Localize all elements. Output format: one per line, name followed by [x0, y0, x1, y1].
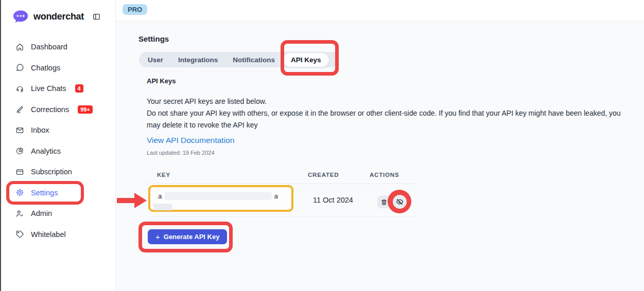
trash-icon [380, 198, 388, 206]
tab-integrations[interactable]: Integrations [178, 56, 218, 64]
api-key-redacted-blur [165, 192, 272, 200]
description-line-1: Your secret API keys are listed below. [147, 96, 624, 107]
api-key-value: a a [158, 192, 278, 200]
api-keys-section-heading: API Keys [147, 77, 176, 85]
generate-api-key-label: Generate API Key [164, 233, 220, 241]
corrections-count-badge: 99+ [78, 105, 93, 114]
last-updated-text: Last updated: 19 Feb 2024 [147, 150, 215, 156]
eye-off-icon [396, 198, 404, 206]
sidebar-item-label: Settings [31, 189, 58, 197]
annotation-arrow-icon [117, 191, 148, 212]
live-chats-count-badge: 4 [75, 84, 83, 93]
sidebar-item-chatlogs[interactable]: Chatlogs [0, 58, 115, 79]
wonderchat-logo-icon [12, 10, 29, 24]
sidebar-item-inbox[interactable]: Inbox [0, 120, 115, 141]
tag-icon [15, 230, 24, 239]
api-keys-description: Your secret API keys are listed below. D… [147, 96, 624, 131]
settings-tabbar: User Integrations Notifications API Keys [139, 52, 339, 67]
sidebar-item-corrections[interactable]: Corrections 99+ [0, 99, 115, 120]
sidebar-item-label: Chatlogs [31, 64, 60, 72]
api-key-cell-highlight-box: a a [148, 185, 293, 212]
pencil-icon [15, 105, 24, 114]
headset-icon [15, 84, 24, 93]
sidebar-item-label: Inbox [31, 126, 49, 134]
sidebar-item-subscription[interactable]: Subscription [0, 161, 115, 183]
api-key-start-char: a [158, 192, 162, 200]
topbar: PRO [116, 0, 644, 21]
sidebar-item-label: Analytics [31, 147, 61, 155]
settings-page: Settings User Integrations Notifications… [116, 21, 644, 291]
sidebar-item-analytics[interactable]: Analytics [0, 141, 115, 162]
view-api-documentation-link[interactable]: View API Documentation [147, 136, 234, 145]
window-left-edge [0, 0, 1, 291]
sidebar-item-dashboard[interactable]: Dashboard [0, 37, 115, 58]
pie-chart-icon [15, 147, 24, 155]
sidebar-item-label: Live Chats [31, 84, 66, 93]
table-header-key: KEY [157, 172, 170, 178]
api-key-redacted-blur-2 [153, 204, 172, 210]
sidebar-item-live-chats[interactable]: Live Chats 4 [0, 78, 115, 99]
plus-icon: + [155, 233, 160, 241]
brand-name: wonderchat [33, 11, 84, 22]
annotation-reveal-button-circle [388, 190, 411, 213]
pro-plan-badge: PRO [123, 4, 147, 15]
tab-api-keys[interactable]: API Keys [283, 52, 329, 67]
sidebar-item-label: Whitelabel [31, 230, 66, 239]
description-line-2: Do not share your API key with others, o… [147, 107, 624, 131]
tab-user[interactable]: User [148, 56, 163, 64]
credit-card-icon [15, 168, 24, 176]
tab-notifications[interactable]: Notifications [233, 56, 275, 64]
api-key-end-char: a [274, 192, 279, 200]
sidebar-item-label: Dashboard [31, 43, 67, 51]
sidebar-item-label: Admin [31, 209, 52, 217]
table-header-created: CREATED [308, 172, 339, 178]
sidebar-item-label: Subscription [31, 168, 72, 176]
envelope-icon [15, 126, 24, 135]
home-icon [15, 43, 24, 51]
person-check-icon [15, 209, 24, 218]
sidebar-nav: Dashboard Chatlogs Live Chats 4 Correcti… [0, 37, 115, 245]
sidebar-item-label: Corrections [31, 105, 69, 114]
brand-row: wonderchat [12, 10, 101, 24]
generate-api-key-button[interactable]: + Generate API Key [148, 229, 227, 244]
sidebar-item-admin[interactable]: Admin [0, 203, 115, 224]
api-key-created-date: 11 Oct 2024 [313, 196, 353, 204]
chat-bubble-icon [15, 63, 24, 72]
table-header-actions: ACTIONS [370, 172, 399, 178]
app-window: wonderchat Dashboard Chatlogs Live Chats… [0, 0, 644, 291]
sidebar-item-settings[interactable]: Settings [0, 183, 115, 204]
sidebar: wonderchat Dashboard Chatlogs Live Chats… [0, 0, 116, 291]
gear-icon [15, 188, 24, 197]
sidebar-collapse-icon[interactable] [92, 12, 101, 21]
sidebar-item-whitelabel[interactable]: Whitelabel [0, 224, 115, 245]
page-title: Settings [138, 34, 169, 43]
toggle-key-visibility-button[interactable] [393, 195, 407, 209]
